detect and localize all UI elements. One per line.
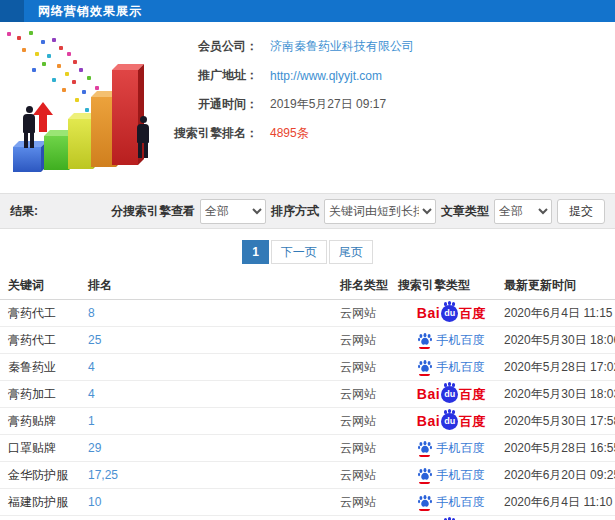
rank-link[interactable]: 8 bbox=[88, 306, 340, 320]
baidu-paw-icon: du bbox=[441, 386, 458, 403]
info-panel: 会员公司：济南秦鲁药业科技有限公司推广地址：http://www.qlyyjt.… bbox=[0, 22, 615, 192]
bar-green-icon bbox=[44, 136, 69, 170]
sort-label: 排序方式 bbox=[271, 203, 319, 220]
table-row: 福建防护服10云网站手机百度2020年6月4日 11:10 bbox=[0, 489, 615, 516]
mobile-paw-icon bbox=[418, 468, 432, 483]
updated-cell: 2020年6月4日 11:10 bbox=[504, 494, 615, 511]
updated-cell: 2020年5月30日 18:03 bbox=[504, 386, 615, 403]
info-row-open-time: 开通时间：2019年5月27日 09:17 bbox=[172, 90, 414, 119]
info-label-open-time: 开通时间： bbox=[172, 96, 258, 113]
table-header-row: 关键词排名排名类型搜索引擎类型最新更新时间 bbox=[0, 272, 615, 300]
table-row: 口罩贴牌29云网站手机百度2020年5月28日 16:55 bbox=[0, 435, 615, 462]
mobile-baidu-logo-icon: 手机百度 bbox=[418, 359, 485, 376]
table-row: 膏药代工25云网站手机百度2020年5月30日 18:06 bbox=[0, 327, 615, 354]
updated-cell: 2020年6月20日 09:25 bbox=[504, 467, 615, 484]
next-page-button[interactable]: 下一页 bbox=[271, 240, 327, 264]
result-label: 结果: bbox=[10, 203, 38, 220]
baidu-logo-icon: Baidu百度 bbox=[417, 386, 485, 403]
updated-cell: 2020年5月30日 18:06 bbox=[504, 332, 615, 349]
rank-type-cell: 云网站 bbox=[340, 467, 398, 484]
table-row: Baidu百度 bbox=[0, 516, 615, 520]
rank-link[interactable]: 1 bbox=[88, 414, 340, 428]
keyword-cell: 膏药代工 bbox=[8, 305, 88, 322]
keyword-cell: 膏药贴牌 bbox=[8, 413, 88, 430]
engine-cell: Baidu百度 bbox=[398, 413, 504, 430]
rank-type-cell: 云网站 bbox=[340, 386, 398, 403]
engine-filter-select[interactable]: 全部 bbox=[200, 199, 266, 224]
company-info: 会员公司：济南秦鲁药业科技有限公司推广地址：http://www.qlyyjt.… bbox=[172, 32, 414, 148]
page: 网络营销效果展示 会员公司：济南秦鲁药业科技有限公司推广地址：http://ww… bbox=[0, 0, 615, 520]
mobile-baidu-label: 手机百度 bbox=[437, 440, 485, 457]
mobile-paw-icon bbox=[418, 441, 432, 456]
rank-link[interactable]: 25 bbox=[88, 333, 340, 347]
rank-link[interactable]: 4 bbox=[88, 387, 340, 401]
keyword-cell: 膏药代工 bbox=[8, 332, 88, 349]
submit-button[interactable]: 提交 bbox=[557, 199, 605, 224]
mobile-baidu-label: 手机百度 bbox=[437, 359, 485, 376]
table-header-1: 排名 bbox=[88, 277, 340, 294]
article-type-label: 文章类型 bbox=[441, 203, 489, 220]
mobile-baidu-logo-icon: 手机百度 bbox=[418, 440, 485, 457]
mobile-baidu-logo-icon: 手机百度 bbox=[418, 494, 485, 511]
rank-link[interactable]: 4 bbox=[88, 360, 340, 374]
baidu-paw-icon: du bbox=[441, 305, 458, 322]
mobile-paw-icon bbox=[418, 360, 432, 375]
rank-type-cell: 云网站 bbox=[340, 359, 398, 376]
info-label-ranking: 搜索引擎排名： bbox=[172, 125, 258, 142]
info-row-ranking: 搜索引擎排名：4895条 bbox=[172, 119, 414, 148]
engine-cell: 手机百度 bbox=[398, 440, 504, 457]
engine-cell: Baidu百度 bbox=[398, 305, 504, 322]
rank-type-cell: 云网站 bbox=[340, 413, 398, 430]
table-header-3: 搜索引擎类型 bbox=[398, 277, 504, 294]
filter-group: 分搜索引擎查看 全部 排序方式 关键词由短到长排序 文章类型 全部 提交 bbox=[111, 199, 605, 224]
keyword-cell: 福建防护服 bbox=[8, 494, 88, 511]
last-page-button[interactable]: 尾页 bbox=[329, 240, 373, 264]
mobile-baidu-label: 手机百度 bbox=[437, 494, 485, 511]
keyword-cell: 秦鲁药业 bbox=[8, 359, 88, 376]
mobile-baidu-label: 手机百度 bbox=[437, 332, 485, 349]
bar-yellow-icon bbox=[68, 119, 93, 169]
engine-cell: 手机百度 bbox=[398, 332, 504, 349]
sort-select[interactable]: 关键词由短到长排序 bbox=[324, 199, 436, 224]
engine-cell: Baidu百度 bbox=[398, 386, 504, 403]
baidu-logo-icon: Baidu百度 bbox=[417, 413, 485, 430]
mobile-baidu-label: 手机百度 bbox=[437, 467, 485, 484]
mobile-baidu-logo-icon: 手机百度 bbox=[418, 332, 485, 349]
table-row: 膏药贴牌1云网站Baidu百度2020年5月30日 17:58 bbox=[0, 408, 615, 435]
table-header-4: 最新更新时间 bbox=[504, 277, 615, 294]
keyword-cell: 口罩贴牌 bbox=[8, 440, 88, 457]
info-label-company: 会员公司： bbox=[172, 38, 258, 55]
info-row-url: 推广地址：http://www.qlyyjt.com bbox=[172, 61, 414, 90]
page-title: 网络营销效果展示 bbox=[38, 0, 142, 22]
table-row: 秦鲁药业4云网站手机百度2020年5月28日 17:02 bbox=[0, 354, 615, 381]
title-bar: 网络营销效果展示 bbox=[0, 0, 615, 22]
table-row: 膏药加工4云网站Baidu百度2020年5月30日 18:03 bbox=[0, 381, 615, 408]
filter-bar: 结果: 分搜索引擎查看 全部 排序方式 关键词由短到长排序 文章类型 全部 提交 bbox=[0, 193, 615, 229]
keyword-cell: 膏药加工 bbox=[8, 386, 88, 403]
rank-link[interactable]: 29 bbox=[88, 441, 340, 455]
info-row-company: 会员公司：济南秦鲁药业科技有限公司 bbox=[172, 32, 414, 61]
mobile-paw-icon bbox=[418, 495, 432, 510]
rank-link[interactable]: 17,25 bbox=[88, 468, 340, 482]
pagination: 1 下一页 尾页 bbox=[0, 240, 615, 264]
rank-link[interactable]: 10 bbox=[88, 495, 340, 509]
engine-cell: 手机百度 bbox=[398, 359, 504, 376]
article-type-select[interactable]: 全部 bbox=[494, 199, 552, 224]
info-value-company[interactable]: 济南秦鲁药业科技有限公司 bbox=[270, 38, 414, 55]
table-row: 膏药代工8云网站Baidu百度2020年6月4日 11:15 bbox=[0, 300, 615, 327]
updated-cell: 2020年5月28日 16:55 bbox=[504, 440, 615, 457]
keyword-cell: 金华防护服 bbox=[8, 467, 88, 484]
businessman-left-icon bbox=[21, 106, 37, 148]
confetti-decoration bbox=[7, 32, 11, 36]
businessman-right-icon bbox=[135, 116, 151, 158]
info-value-open-time: 2019年5月27日 09:17 bbox=[270, 96, 386, 113]
page-1-button[interactable]: 1 bbox=[242, 240, 269, 264]
info-label-url: 推广地址： bbox=[172, 67, 258, 84]
results-table: 关键词排名排名类型搜索引擎类型最新更新时间 膏药代工8云网站Baidu百度202… bbox=[0, 272, 615, 520]
bar-blue-icon bbox=[13, 147, 41, 172]
info-value-url[interactable]: http://www.qlyyjt.com bbox=[270, 69, 382, 83]
updated-cell: 2020年5月30日 17:58 bbox=[504, 413, 615, 430]
table-header-2: 排名类型 bbox=[340, 277, 398, 294]
baidu-paw-icon: du bbox=[441, 413, 458, 430]
chart-illustration bbox=[3, 28, 173, 186]
